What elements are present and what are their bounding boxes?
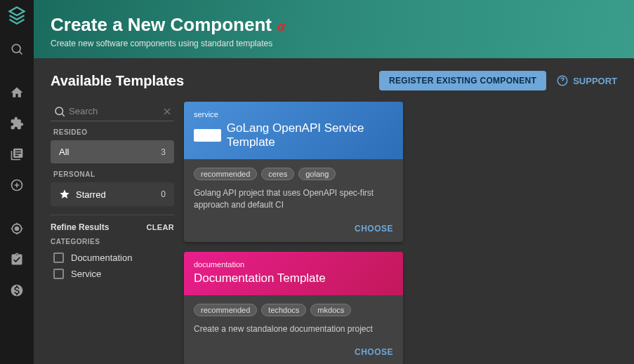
refine-label: Refine Results — [51, 222, 109, 232]
card-description: Create a new standalone documentation pr… — [194, 323, 393, 335]
card-body: recommendedceresgolangGolang API project… — [184, 159, 403, 218]
svg-point-5 — [55, 107, 63, 115]
search-box — [51, 102, 174, 121]
card-footer: CHOOSE — [184, 342, 403, 364]
tag[interactable]: recommended — [194, 168, 257, 180]
home-icon[interactable] — [3, 79, 31, 107]
clear-filters-button[interactable]: CLEAR — [147, 223, 174, 231]
filter-item-all[interactable]: All 3 — [51, 140, 174, 163]
template-card: documentationDocumentation Templaterecom… — [184, 252, 403, 364]
page-title: Create a New Component — [51, 14, 272, 36]
checkbox-icon — [53, 252, 64, 263]
register-existing-button[interactable]: REGISTER EXISTING COMPONENT — [379, 71, 546, 90]
page-header: Create a New Component α Create new soft… — [34, 0, 634, 58]
template-card: serviceGoLang OpenAPI Service Templatere… — [184, 102, 403, 242]
support-link[interactable]: SUPPORT — [556, 74, 617, 87]
search-input[interactable] — [51, 102, 174, 121]
card-tags: recommendedtechdocsmkdocs — [194, 304, 393, 316]
section-title: Available Templates — [51, 73, 184, 89]
filter-sidebar: RESIDEO All 3 PERSONAL Starred 0 Refine … — [51, 102, 174, 364]
card-header: serviceGoLang OpenAPI Service Template — [184, 102, 403, 159]
card-logo — [194, 129, 221, 142]
add-circle-icon[interactable] — [3, 171, 31, 199]
card-description: Golang API project that uses OpenAPI spe… — [194, 187, 393, 211]
library-icon[interactable] — [3, 140, 31, 168]
page-subtitle: Create new software components using sta… — [51, 39, 617, 48]
tag[interactable]: recommended — [194, 304, 257, 316]
filter-item-label: Starred — [76, 189, 106, 200]
categories-label: CATEGORIES — [51, 238, 174, 245]
choose-button[interactable]: CHOOSE — [355, 224, 393, 234]
filter-item-starred[interactable]: Starred 0 — [51, 182, 174, 206]
star-icon — [59, 189, 70, 200]
svg-point-0 — [12, 44, 20, 53]
app-logo — [7, 6, 27, 25]
group-label-resideo: RESIDEO — [53, 128, 174, 136]
divider — [51, 215, 174, 215]
filter-item-label: All — [59, 147, 69, 157]
alpha-badge: α — [277, 20, 285, 34]
extension-icon[interactable] — [3, 109, 31, 137]
main-area: Create a New Component α Create new soft… — [34, 0, 634, 364]
template-cards: serviceGoLang OpenAPI Service Templatere… — [184, 102, 617, 364]
tag[interactable]: techdocs — [261, 304, 306, 316]
help-icon — [556, 74, 569, 87]
tag[interactable]: mkdocs — [310, 304, 351, 316]
checkbox-icon — [53, 269, 64, 279]
card-title: Documentation Template — [194, 271, 326, 285]
tag[interactable]: golang — [298, 168, 336, 180]
tag[interactable]: ceres — [261, 168, 294, 180]
card-body: recommendedtechdocsmkdocsCreate a new st… — [184, 295, 403, 342]
card-title: GoLang OpenAPI Service Template — [227, 121, 393, 149]
support-label: SUPPORT — [573, 76, 617, 86]
card-type: documentation — [194, 260, 393, 269]
category-documentation[interactable]: Documentation — [51, 250, 174, 266]
monetization-icon[interactable] — [3, 276, 31, 304]
gps-icon[interactable] — [3, 215, 31, 243]
category-label: Documentation — [71, 252, 132, 263]
choose-button[interactable]: CHOOSE — [355, 347, 393, 357]
search-input-icon — [53, 105, 66, 118]
card-tags: recommendedceresgolang — [194, 168, 393, 180]
card-type: service — [194, 110, 393, 119]
card-header: documentationDocumentation Template — [184, 252, 403, 295]
card-footer: CHOOSE — [184, 218, 403, 242]
assignment-icon[interactable] — [3, 245, 31, 274]
category-service[interactable]: Service — [51, 266, 174, 282]
category-label: Service — [71, 269, 101, 279]
svg-point-2 — [15, 227, 19, 231]
search-icon[interactable] — [3, 35, 31, 63]
clear-search-icon[interactable] — [161, 106, 173, 117]
filter-item-count: 3 — [161, 147, 166, 157]
group-label-personal: PERSONAL — [53, 170, 174, 178]
filter-item-count: 0 — [161, 189, 166, 199]
nav-rail — [0, 0, 34, 364]
